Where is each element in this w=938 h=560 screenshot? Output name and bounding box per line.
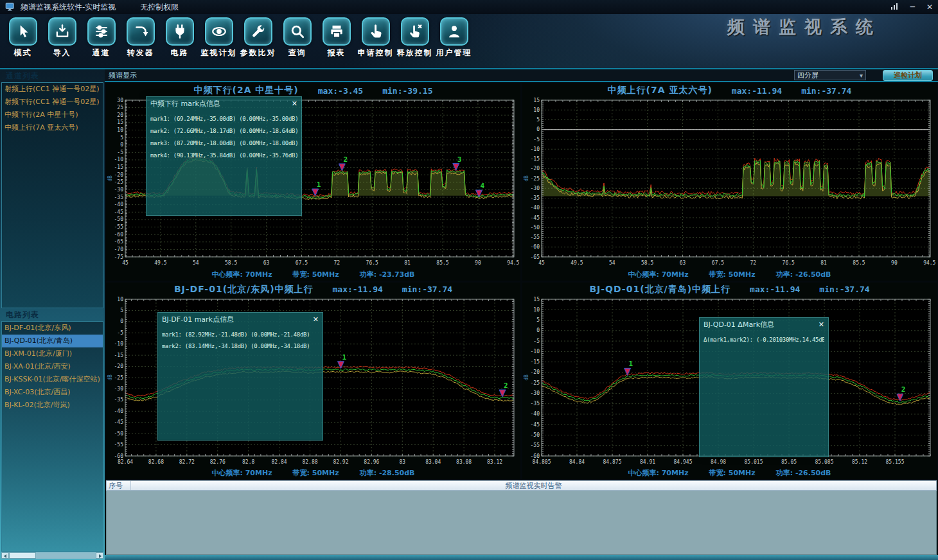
svg-text:-20: -20 — [114, 172, 124, 178]
chart-min-value: min:-39.15 — [382, 86, 432, 96]
toolbar-button-release-control[interactable]: 释放控制 — [397, 17, 432, 58]
svg-text:-20: -20 — [114, 363, 124, 369]
scrollbar-thumb[interactable] — [9, 552, 36, 559]
svg-text:dB: dB — [524, 374, 529, 381]
toolbar-button-monitor-plan[interactable]: 监视计划 — [201, 17, 236, 58]
toolbar-button-channel[interactable]: 通道 — [84, 17, 119, 58]
chart-footer: 中心频率: 70MHz带宽: 50MHz功率: -28.50dB — [211, 468, 414, 479]
patrol-plan-button[interactable]: 巡检计划 — [883, 70, 933, 81]
toolbar-label: 释放控制 — [397, 48, 433, 58]
close-icon[interactable]: ✕ — [292, 100, 297, 108]
channel-list-item[interactable]: 射频下行(CC1 神通一号02星) — [2, 96, 103, 109]
mark-info-rows: mark1: (82.92MHz,-21.48dB) (0.00MHz,-21.… — [158, 325, 323, 357]
toolbar-button-param-compare[interactable]: 参数比对 — [240, 17, 276, 58]
eye-icon — [205, 17, 233, 46]
circuit-list-item[interactable]: BJ-XA-01(北京/西安) — [2, 360, 103, 373]
marker-label: 2 — [343, 155, 348, 164]
svg-text:-40: -40 — [114, 408, 124, 414]
alert-title: 频谱监视实时告警 — [131, 481, 936, 491]
svg-text:-35: -35 — [114, 397, 124, 403]
channel-list-item[interactable]: 中频下行(2A 中星十号) — [2, 109, 103, 121]
toolbar-button-transponder[interactable]: 转发器 — [123, 17, 158, 58]
search-icon — [283, 17, 312, 46]
circuit-list-item[interactable]: BJ-DF-01(北京/东风) — [2, 322, 103, 335]
chart-title: BJ-QD-01(北京/青岛)中频上行 — [589, 284, 730, 295]
toolbar-button-user-manage[interactable]: 用户管理 — [436, 17, 472, 58]
mark-info-panel[interactable]: BJ-QD-01 ΔMark信息✕Δ(mark1,mark2): (-0.201… — [699, 317, 829, 457]
channel-list-item[interactable]: 射频上行(CC1 神通一号02星) — [2, 83, 103, 96]
toolbar-button-report[interactable]: 报表 — [319, 17, 354, 58]
svg-text:85.05: 85.05 — [781, 459, 797, 465]
svg-text:84.875: 84.875 — [603, 459, 622, 465]
circuit-list-item[interactable]: BJ-KSSK-01(北京/喀什深空站) — [2, 373, 103, 386]
sidebar-scrollbar[interactable] — [1, 552, 103, 559]
mark-info-title: 中频下行 mark点信息 — [150, 99, 220, 109]
toolbar-label: 通道 — [93, 48, 111, 58]
svg-text:-50: -50 — [114, 216, 124, 222]
svg-text:83.12: 83.12 — [487, 459, 502, 465]
svg-text:-30: -30 — [114, 187, 124, 193]
circuit-list-item[interactable]: BJ-XM-01(北京/厦门) — [2, 347, 103, 360]
toolbar-button-import[interactable]: 导入 — [44, 17, 80, 58]
channel-list-item[interactable]: 中频上行(7A 亚太六号) — [2, 121, 103, 134]
marker-label: 3 — [457, 155, 462, 164]
svg-text:84.84: 84.84 — [569, 459, 585, 465]
close-icon[interactable]: ✕ — [313, 315, 319, 324]
chart-title: 中频下行(2A 中星十号) — [194, 85, 299, 96]
scrollbar-track[interactable] — [9, 552, 96, 559]
mark-info-panel[interactable]: BJ-DF-01 mark点信息✕mark1: (82.92MHz,-21.48… — [157, 312, 323, 441]
svg-text:-55: -55 — [531, 442, 540, 448]
svg-text:76.5: 76.5 — [783, 260, 795, 266]
mark-info-panel[interactable]: 中频下行 mark点信息✕mark1: (69.24MHz,-35.00dB) … — [146, 96, 302, 216]
svg-text:82.84: 82.84 — [272, 459, 287, 465]
sliders-icon — [87, 17, 116, 46]
mark-info-rows: Δ(mark1,mark2): (-0.201030MHz,14.45dB) — [700, 330, 828, 350]
svg-text:-15: -15 — [114, 352, 124, 358]
screen-layout-select[interactable]: 四分屏 ▾ — [794, 70, 866, 80]
mark-info-row: mark2: (72.66MHz,-18.17dB) (0.00MHz,-18.… — [150, 125, 297, 137]
scroll-right-icon[interactable] — [96, 552, 103, 559]
toolbar-button-circuit[interactable]: 电路 — [162, 17, 197, 58]
circuit-list-item[interactable]: BJ-QD-01(北京/青岛) — [2, 335, 103, 347]
scroll-left-icon[interactable] — [1, 552, 9, 559]
close-button[interactable]: ✕ — [926, 3, 933, 12]
mark-info-row: mark2: (83.14MHz,-34.18dB) (0.00MHz,-34.… — [162, 340, 319, 353]
svg-text:0: 0 — [120, 319, 123, 324]
chart-min-value: min:-37.74 — [801, 86, 851, 96]
svg-text:dB: dB — [107, 175, 113, 182]
svg-text:-45: -45 — [114, 419, 124, 425]
svg-text:-40: -40 — [114, 202, 124, 207]
mark-info-rows: mark1: (69.24MHz,-35.00dB) (0.00MHz,-35.… — [146, 109, 301, 166]
mark-info-titlebar: 中频下行 mark点信息✕ — [146, 97, 301, 109]
circuit-list: BJ-DF-01(北京/东风)BJ-QD-01(北京/青岛)BJ-XM-01(北… — [1, 321, 103, 552]
svg-text:-60: -60 — [531, 453, 540, 459]
svg-text:67.5: 67.5 — [296, 260, 308, 266]
bottom-strip — [105, 555, 938, 560]
toolbar-button-request-control[interactable]: 申请控制 — [358, 17, 393, 58]
svg-text:-25: -25 — [114, 374, 124, 380]
toolbar-button-mode[interactable]: 模式 — [5, 17, 40, 58]
chart-max-value: max:-11.94 — [333, 284, 383, 294]
svg-text:84.91: 84.91 — [640, 459, 655, 465]
svg-text:-55: -55 — [114, 224, 124, 230]
screen-layout-value: 四分屏 — [797, 71, 819, 80]
toolbar-label: 申请控制 — [358, 48, 394, 58]
circuit-list-item[interactable]: BJ-XC-03(北京/西昌) — [2, 386, 103, 399]
circuit-list-item[interactable]: BJ-KL-02(北京/岢岚) — [2, 399, 103, 412]
minimize-button[interactable]: ─ — [910, 3, 915, 12]
chart-max-value: max:-11.94 — [732, 86, 782, 96]
chart-max-value: max:-3.45 — [318, 86, 363, 96]
svg-text:15: 15 — [533, 98, 540, 103]
hand-release-icon — [401, 17, 429, 46]
chart-footer: 中心频率: 70MHz带宽: 50MHz功率: -23.73dB — [211, 268, 414, 280]
svg-text:-75: -75 — [114, 254, 124, 260]
spectrum-plot[interactable]: -65-60-55-50-45-40-35-30-25-20-15-10-505… — [522, 98, 937, 268]
close-icon[interactable]: ✕ — [819, 320, 824, 329]
toolbar-button-query[interactable]: 查询 — [279, 17, 315, 58]
svg-text:82.64: 82.64 — [118, 459, 133, 465]
svg-text:20: 20 — [117, 112, 123, 118]
chart-panel: 中频下行(2A 中星十号)max:-3.45min:-39.151234-75-… — [106, 83, 520, 281]
tab-spectrum-display[interactable]: 频谱显示 — [109, 71, 137, 80]
mark-info-row: mark1: (82.92MHz,-21.48dB) (0.00MHz,-21.… — [162, 329, 319, 341]
svg-text:58.5: 58.5 — [641, 260, 653, 266]
